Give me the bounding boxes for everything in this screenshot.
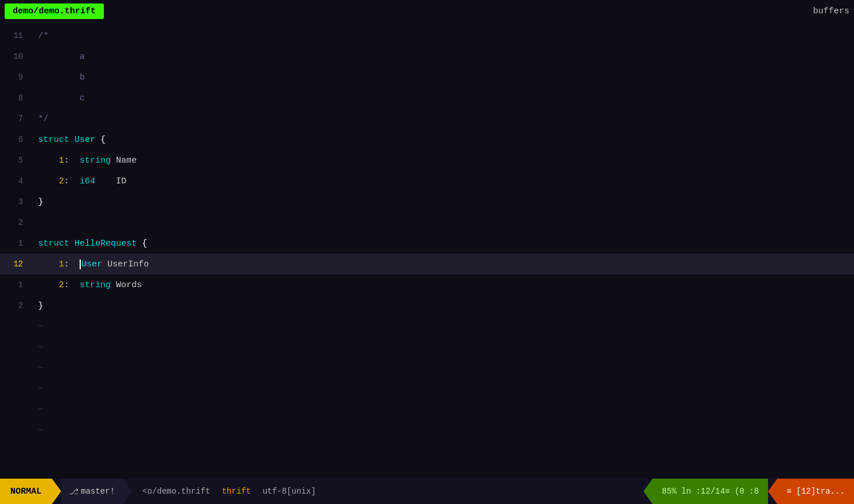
line-number-4: 4 bbox=[0, 176, 31, 186]
code-line-10: 10 a bbox=[0, 46, 854, 67]
tilde-line-4: ~ bbox=[0, 378, 854, 399]
line-content-11: /* bbox=[35, 31, 854, 41]
line-number-3: 3 bbox=[0, 197, 31, 206]
line-content-8: c bbox=[35, 93, 854, 103]
status-percent: 85% ln :12/14≡ (0 :8 bbox=[653, 479, 768, 504]
code-line-12-active: 12 1: User UserInfo bbox=[0, 254, 854, 274]
code-line-1a: 1 struct HelloRequest { bbox=[0, 233, 854, 254]
line-number-7: 7 bbox=[0, 114, 31, 123]
tilde-line-2: ~ bbox=[0, 337, 854, 358]
status-arrow-git bbox=[123, 479, 132, 504]
status-arrow-orange bbox=[768, 479, 777, 504]
line-number-10: 10 bbox=[0, 52, 31, 61]
line-content-9: b bbox=[35, 73, 854, 82]
file-tab[interactable]: demo/demo.thrift bbox=[5, 3, 104, 19]
line-content-1a: struct HelloRequest { bbox=[35, 239, 854, 249]
status-arrow-mode bbox=[52, 479, 61, 504]
code-line-8: 8 c bbox=[0, 88, 854, 108]
code-line-3: 3 } bbox=[0, 191, 854, 212]
tilde-content-6: ~ bbox=[35, 426, 854, 435]
editor-area[interactable]: 11 /* 10 a 9 b 8 c 7 */ bbox=[0, 22, 854, 479]
tilde-content-4: ~ bbox=[35, 384, 854, 394]
line-number-1b: 1 bbox=[0, 280, 31, 289]
line-number-2b: 2 bbox=[0, 301, 31, 310]
line-content-10: a bbox=[35, 52, 854, 62]
line-number-1a: 1 bbox=[0, 239, 31, 248]
line-content-1b: 2: string Words bbox=[35, 280, 854, 290]
position-value: ln :12/14≡ bbox=[681, 487, 730, 496]
code-line-5: 5 1: string Name bbox=[0, 150, 854, 171]
line-content-4: 2: i64 ID bbox=[35, 176, 854, 186]
status-git: ⎇ master! bbox=[61, 479, 123, 504]
code-line-2a: 2 bbox=[0, 212, 854, 233]
line-content-6: struct User { bbox=[35, 135, 854, 145]
col-value: (0 :8 bbox=[735, 487, 759, 496]
code-line-2b: 2 } bbox=[0, 295, 854, 316]
file-type: thrift bbox=[222, 487, 250, 496]
status-arrow-right-green bbox=[643, 479, 653, 504]
code-line-11: 11 /* bbox=[0, 25, 854, 46]
status-buffer: ≡ [12]tra... bbox=[777, 479, 854, 504]
percent-value: 85% bbox=[662, 487, 676, 496]
git-branch-label: master! bbox=[81, 487, 115, 496]
line-content-3: } bbox=[35, 197, 854, 207]
status-right: 85% ln :12/14≡ (0 :8 ≡ [12]tra... bbox=[643, 479, 854, 504]
file-name: <o/demo.thrift bbox=[143, 487, 211, 496]
tilde-line-1: ~ bbox=[0, 316, 854, 337]
tilde-content-3: ~ bbox=[35, 363, 854, 373]
line-number-11: 11 bbox=[0, 31, 31, 40]
line-content-12: 1: User UserInfo bbox=[35, 259, 854, 269]
tilde-line-6: ~ bbox=[0, 420, 854, 441]
code-line-4: 4 2: i64 ID bbox=[0, 171, 854, 191]
line-number-9: 9 bbox=[0, 73, 31, 82]
line-content-7: */ bbox=[35, 114, 854, 124]
tilde-content-2: ~ bbox=[35, 343, 854, 352]
code-line-6: 6 struct User { bbox=[0, 129, 854, 150]
tilde-line-5: ~ bbox=[0, 399, 854, 420]
tilde-content-5: ~ bbox=[35, 405, 854, 415]
status-bar: NORMAL ⎇ master! <o/demo.thrift thrift u… bbox=[0, 479, 854, 504]
status-file: <o/demo.thrift thrift utf-8[unix] bbox=[132, 479, 326, 504]
status-mode: NORMAL bbox=[0, 479, 52, 504]
code-line-1b: 1 2: string Words bbox=[0, 274, 854, 295]
editor-container: demo/demo.thrift buffers 11 /* 10 a 9 b … bbox=[0, 0, 854, 504]
line-number-8: 8 bbox=[0, 93, 31, 103]
tilde-content-1: ~ bbox=[35, 322, 854, 332]
tilde-line-3: ~ bbox=[0, 358, 854, 378]
buffers-label: buffers bbox=[813, 6, 849, 16]
code-line-7: 7 */ bbox=[0, 108, 854, 129]
line-number-12: 12 bbox=[0, 259, 31, 269]
title-bar: demo/demo.thrift buffers bbox=[0, 0, 854, 22]
line-content-2b: } bbox=[35, 301, 854, 311]
file-encoding: utf-8[unix] bbox=[263, 487, 316, 496]
line-number-6: 6 bbox=[0, 135, 31, 144]
line-content-5: 1: string Name bbox=[35, 156, 854, 166]
git-branch-icon: ⎇ bbox=[69, 487, 78, 497]
line-number-5: 5 bbox=[0, 156, 31, 165]
code-line-9: 9 b bbox=[0, 67, 854, 88]
line-number-2a: 2 bbox=[0, 218, 31, 227]
